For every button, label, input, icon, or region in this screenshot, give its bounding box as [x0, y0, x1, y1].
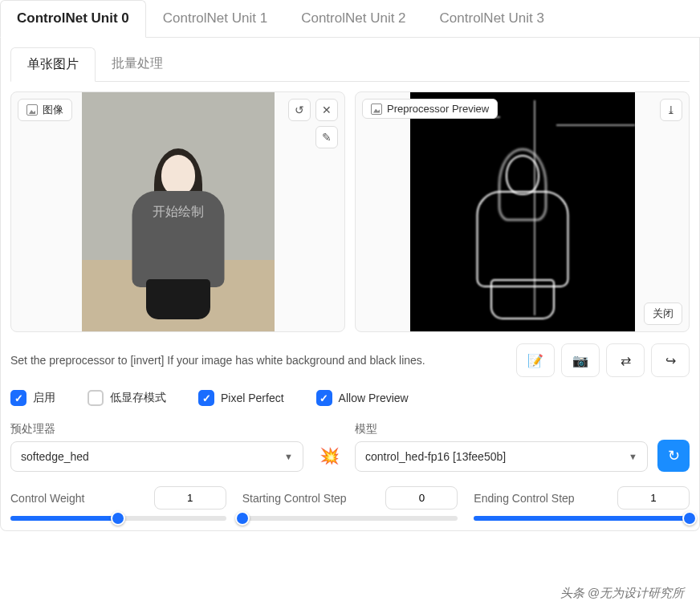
input-image-tools: ↺ ✕ ✎ [288, 99, 338, 148]
run-preprocessor-button[interactable]: 💥 [313, 440, 345, 472]
end-step-label: Ending Control Step [474, 492, 574, 505]
photo-watermark: 开始绘制 [153, 204, 204, 221]
input-image-label: 图像 [18, 99, 72, 121]
model-value: control_hed-fp16 [13fee50b] [365, 450, 506, 463]
control-weight-slider[interactable] [10, 516, 226, 521]
input-photo: 开始绘制 [82, 92, 275, 331]
pixel-perfect-checkbox[interactable]: Pixel Perfect [198, 390, 284, 406]
tab-batch[interactable]: 批量处理 [96, 47, 179, 81]
input-image-box[interactable]: 图像 ↺ ✕ ✎ 开始绘制 [10, 91, 345, 332]
send-dims-button[interactable]: ↪ [651, 343, 690, 377]
checkbox-icon [316, 390, 332, 406]
preprocessor-select[interactable]: softedge_hed ▼ [10, 441, 303, 472]
new-canvas-button[interactable]: 📝 [516, 343, 555, 377]
model-label: 模型 [355, 422, 648, 436]
control-weight-input[interactable] [154, 486, 226, 510]
pixel-perfect-label: Pixel Perfect [221, 392, 284, 404]
end-step-input[interactable] [617, 486, 690, 510]
swap-button[interactable]: ⇄ [606, 343, 645, 377]
tab-unit-3[interactable]: ControlNet Unit 3 [423, 0, 561, 37]
lowvram-checkbox[interactable]: 低显存模式 [88, 390, 166, 406]
checkbox-icon [198, 390, 214, 406]
hint-text: Set the preprocessor to [invert] If your… [10, 352, 510, 369]
chevron-down-icon: ▼ [629, 452, 637, 461]
tab-unit-1[interactable]: ControlNet Unit 1 [146, 0, 284, 37]
undo-button[interactable]: ↺ [288, 99, 311, 121]
controlnet-panel: 单张图片 批量处理 图像 ↺ ✕ ✎ [0, 38, 700, 531]
options-row: 启用 低显存模式 Pixel Perfect Allow Preview [10, 390, 690, 406]
tab-unit-2[interactable]: ControlNet Unit 2 [284, 0, 422, 37]
control-weight-label: Control Weight [10, 492, 84, 505]
preview-image [410, 92, 635, 331]
input-image-label-text: 图像 [43, 103, 63, 117]
allow-preview-checkbox[interactable]: Allow Preview [316, 390, 409, 406]
clear-button[interactable]: ✕ [315, 99, 338, 121]
lowvram-label: 低显存模式 [110, 391, 166, 405]
end-step-slider[interactable] [474, 516, 690, 521]
preprocessor-label: 预处理器 [10, 422, 303, 436]
preview-label: Preprocessor Preview [362, 99, 498, 119]
tab-single-image[interactable]: 单张图片 [10, 47, 96, 82]
start-step-slider[interactable] [242, 516, 458, 521]
allow-preview-label: Allow Preview [339, 392, 409, 404]
chevron-down-icon: ▼ [284, 452, 293, 461]
webcam-button[interactable]: 📷 [561, 343, 600, 377]
image-mode-tabs: 单张图片 批量处理 [10, 47, 690, 82]
image-icon [371, 104, 382, 115]
enable-label: 启用 [33, 391, 55, 405]
enable-checkbox[interactable]: 启用 [10, 390, 55, 406]
checkbox-icon [10, 390, 26, 406]
unit-tabs: ControlNet Unit 0 ControlNet Unit 1 Cont… [0, 0, 700, 38]
checkbox-icon [88, 390, 104, 406]
model-select[interactable]: control_hed-fp16 [13fee50b] ▼ [355, 441, 648, 472]
tab-unit-0[interactable]: ControlNet Unit 0 [0, 0, 146, 38]
download-button[interactable]: ⤓ [660, 99, 682, 121]
close-preview-button[interactable]: 关闭 [644, 302, 682, 325]
refresh-models-button[interactable]: ↻ [657, 440, 690, 472]
preview-image-box: Preprocessor Preview ⤓ 关闭 [355, 91, 690, 332]
start-step-label: Starting Control Step [242, 492, 347, 505]
preview-label-text: Preprocessor Preview [387, 103, 489, 115]
image-icon [26, 104, 38, 116]
preprocessor-value: softedge_hed [21, 450, 89, 463]
start-step-input[interactable] [385, 486, 458, 510]
sketch-button[interactable]: ✎ [315, 126, 338, 148]
